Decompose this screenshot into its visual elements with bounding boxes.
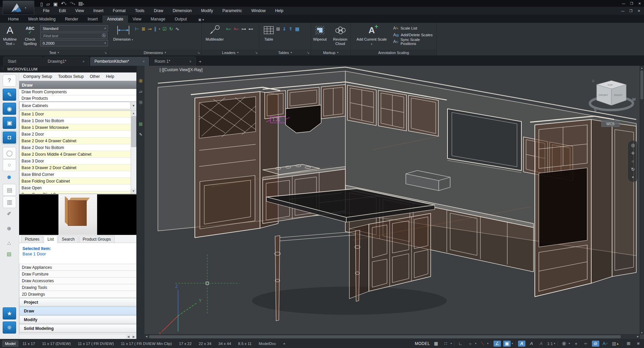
annotation-visibility-icon[interactable]: A (518, 341, 525, 347)
project-folder-icon[interactable]: ★ (3, 307, 16, 319)
sync-scale-positions-button[interactable]: A↻Sync Scale Positions (393, 38, 436, 45)
category-dropdown[interactable]: Base Cabinets ▼ (19, 102, 137, 109)
undo-icon[interactable]: ↶▾ (61, 0, 67, 7)
layout-tab[interactable]: 34 x 44 (215, 340, 234, 347)
graphics-performance-icon[interactable]: A✓ (602, 341, 609, 347)
link-data-icon[interactable]: ▦ (295, 26, 299, 32)
layout-tab[interactable]: 11 x 17 ( FR DVIEW) (75, 340, 117, 347)
snap-icon[interactable]: ∷ (442, 341, 449, 347)
list-item[interactable]: Base Blind Corner (19, 171, 131, 178)
ribbon-tab-output[interactable]: Output (170, 15, 191, 23)
preview-thumbnail-right[interactable] (97, 194, 137, 235)
list-item[interactable]: Base 3 Drawer 2 Door Cabinet (19, 164, 131, 171)
file-tab-start[interactable]: Start (3, 57, 42, 66)
scroll-left-icon[interactable]: ◀ (126, 335, 131, 339)
menu-draw[interactable]: Draw (154, 8, 163, 13)
dropdown-caret-icon[interactable]: ▼ (130, 102, 136, 109)
check-spelling-button[interactable]: ABC ✓ Check Spelling (20, 23, 40, 46)
list-item[interactable]: Base 2 Doors Middle 4 Drawer Cabinet (19, 151, 131, 158)
ribbon-tab-mesh-modeling[interactable]: Mesh Modeling (24, 15, 60, 23)
scroll-down-icon[interactable]: ▼ (131, 189, 136, 194)
section-draw[interactable]: Draw (19, 307, 137, 315)
polar-caret-icon[interactable]: ▾ (475, 342, 476, 345)
scrollbar-thumb[interactable] (131, 116, 136, 147)
workspace-caret-icon[interactable]: ▾ (569, 342, 570, 345)
draw-furniture-row[interactable]: Draw Furniture (19, 270, 137, 277)
new-layout-button[interactable]: + (280, 340, 289, 347)
workspace-gear-icon[interactable] (560, 341, 568, 347)
cube-icon[interactable]: ▣ (3, 117, 16, 129)
doc-minimize-button[interactable]: — (619, 8, 627, 13)
menu-help[interactable]: Help (275, 8, 284, 13)
close-button[interactable]: ✕ (636, 1, 643, 6)
ribbon-tab-insert[interactable]: Insert (83, 15, 102, 23)
microvellum-title-bar[interactable]: ⁞ MICROVELLUM (0, 66, 144, 72)
navbar-more-icon[interactable]: ▾ (632, 175, 634, 180)
close-tab-icon[interactable]: × (143, 59, 145, 63)
plumb-bob-icon[interactable]: ⊕ (3, 223, 15, 234)
menu-toolbox-setup[interactable]: Toolbox Setup (58, 74, 84, 79)
draw-appliances-row[interactable]: Draw Appliances (19, 264, 137, 270)
media-warning-icon[interactable]: ▧▲ (611, 341, 620, 347)
ribbon-tab-manage[interactable]: Manage (146, 15, 170, 23)
dim-sync-icon[interactable]: ↻ (169, 26, 173, 32)
lasso-icon[interactable]: ◯ (3, 147, 16, 159)
scale-list-button[interactable]: A✎Scale List (393, 25, 436, 31)
reports-icon[interactable]: ▥ (3, 196, 16, 208)
layout-tab[interactable]: 11 x 17 ( FR DVIEW Min Clip) (118, 340, 175, 347)
draw-room-components-row[interactable]: Draw Room Components (19, 89, 137, 95)
scrollbar-thumb[interactable] (149, 335, 621, 338)
camera-icon[interactable]: ◘ (3, 132, 16, 144)
file-tab-pembertonkitchen[interactable]: PembertonKitchen*× (90, 57, 149, 66)
new-drawing-tab-button[interactable]: + (199, 59, 202, 66)
new-file-icon[interactable]: ▯ (40, 1, 43, 7)
text-panel-launcher-icon[interactable]: ↘ (104, 51, 107, 54)
report-icon[interactable]: ▤ (138, 121, 144, 127)
isolate-objects-icon[interactable]: ▫◦ (582, 341, 590, 347)
scroll-right-icon[interactable]: ▶ (636, 335, 640, 339)
menu-edit[interactable]: Edit (59, 8, 66, 13)
autocad-logo[interactable]: ▾ (3, 1, 34, 15)
list-scrollbar[interactable]: ▲ ▼ (131, 111, 136, 194)
tables-panel-footer[interactable]: Tables▾↘ (259, 50, 311, 55)
layout-tab[interactable]: 22 x 34 (196, 340, 214, 347)
list-item[interactable]: Base 1 Drawer Microwave (19, 124, 131, 131)
preview-thumbnail-left[interactable] (19, 194, 58, 235)
file-tab-room1[interactable]: Room 1*× (150, 57, 196, 66)
scroll-up-icon[interactable]: ▲ (640, 66, 644, 70)
preview-thumbnail-selected[interactable] (58, 194, 98, 235)
palette-grip-icon[interactable]: ⁞ (3, 67, 4, 70)
spiral-icon[interactable]: ◉ (3, 103, 16, 115)
section-modify[interactable]: Modify (19, 315, 137, 324)
collect-leaders-icon[interactable]: ⊷ (249, 26, 253, 32)
settings-gear-icon[interactable] (3, 321, 16, 334)
dim-linear-icon[interactable]: ⊢ (135, 26, 139, 32)
leaders-panel-launcher-icon[interactable]: ↘ (255, 51, 258, 54)
customization-menu-icon[interactable]: ≡ (635, 341, 642, 347)
dim-break-icon[interactable]: ∿ (175, 26, 179, 32)
help-icon[interactable]: ? (3, 74, 16, 87)
text-style-select[interactable]: Standard▾ (40, 25, 108, 32)
section-solid-modeling[interactable]: Solid Modeling (19, 324, 137, 333)
fullscreen-icon[interactable]: ⊞ (625, 341, 632, 347)
layout-tab-modeldoc[interactable]: ModelDoc (256, 340, 279, 347)
dim-update-icon[interactable]: ☑ (163, 26, 167, 32)
text-height-select[interactable]: 0.2000▾ (40, 40, 108, 46)
close-tab-icon[interactable]: × (83, 59, 85, 63)
layout-tab[interactable]: 11 x 17 (19, 340, 38, 347)
minimize-button[interactable]: — (620, 1, 627, 6)
dim-ordinate-icon[interactable]: ≣ (141, 26, 145, 32)
menu-view[interactable]: View (75, 8, 84, 13)
scrollbar-thumb[interactable] (640, 70, 643, 99)
tab-list[interactable]: List (44, 236, 57, 243)
sheets-icon[interactable]: ▤ (3, 184, 16, 196)
list-item[interactable]: Base Open (19, 185, 131, 191)
edit-pencil-icon[interactable]: ✎ (138, 132, 144, 138)
ribbon-display-toggle-icon[interactable]: ▣ ▾ (196, 16, 206, 23)
viewport-horizontal-scrollbar[interactable]: ◀ ▶ (144, 334, 640, 339)
restore-button[interactable]: ❐ (628, 1, 635, 6)
text-panel-footer[interactable]: Text▾↘ (0, 50, 108, 55)
properties-gear-icon[interactable] (138, 78, 144, 84)
table-button[interactable]: Table (261, 23, 276, 42)
ortho-icon[interactable]: ∟ (457, 341, 464, 347)
